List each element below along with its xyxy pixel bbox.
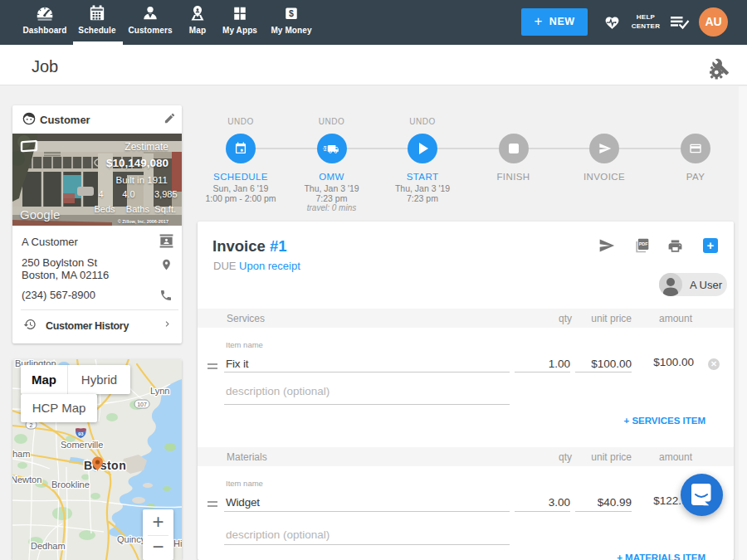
svg-text:3,985: 3,985 xyxy=(154,189,178,199)
svg-text:Boston: Boston xyxy=(84,459,126,472)
svg-text:Beds: Beds xyxy=(94,204,115,214)
svg-text:2: 2 xyxy=(30,422,33,428)
svg-text:4.0: 4.0 xyxy=(122,189,134,199)
svg-text:Somerville: Somerville xyxy=(61,440,103,450)
svg-text:Built in 1911: Built in 1911 xyxy=(116,175,168,185)
svg-text:$: $ xyxy=(289,8,294,18)
svg-text:4: 4 xyxy=(98,189,103,199)
svg-text:Brookline: Brookline xyxy=(51,480,90,489)
svg-text:Zestimate: Zestimate xyxy=(124,141,168,153)
svg-text:$10,149,080: $10,149,080 xyxy=(106,157,168,169)
svg-text:Google: Google xyxy=(20,207,60,222)
svg-text:Lynn: Lynn xyxy=(150,386,169,396)
svg-text:ham: ham xyxy=(12,449,30,459)
svg-text:Sq.ft.: Sq.ft. xyxy=(154,204,176,214)
svg-text:Quincy: Quincy xyxy=(117,534,146,544)
svg-text:Dedham: Dedham xyxy=(31,541,66,551)
svg-text:Newton: Newton xyxy=(12,475,42,485)
svg-text:Baths: Baths xyxy=(126,204,150,214)
svg-text:93: 93 xyxy=(78,431,84,436)
svg-text:Hi: Hi xyxy=(173,538,182,548)
svg-text:© Zillow, Inc. 2006-2017: © Zillow, Inc. 2006-2017 xyxy=(118,219,168,224)
svg-text:PDF: PDF xyxy=(639,241,649,246)
svg-text:107: 107 xyxy=(137,402,147,407)
